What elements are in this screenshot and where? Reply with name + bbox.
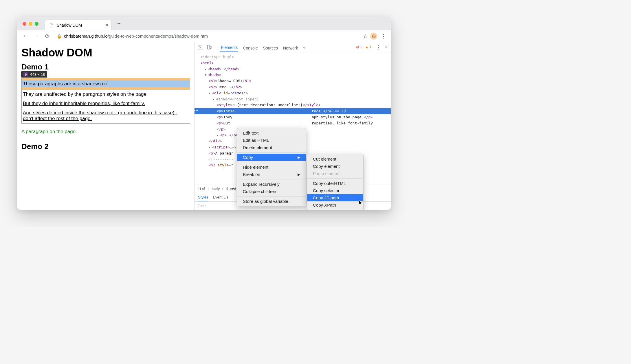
page-viewport: Shadow DOM Demo 1 p 443 × 18 These parag… [17, 42, 195, 210]
tree-doctype[interactable]: <!doctype html> [195, 54, 391, 60]
tab-styles[interactable]: Styles [198, 195, 208, 201]
devtools-tabs: Elements Console Sources Network » ⊗1 ▲1… [195, 42, 391, 52]
svg-rect-2 [210, 46, 211, 49]
ctx-break-label: Break on [243, 172, 260, 177]
highlighted-element: These paragraphs are in a shadow root. [22, 78, 190, 90]
tooltip-dims: 443 × 18 [30, 72, 45, 77]
tree-h2[interactable]: <h2>Demo 1</h2> [195, 84, 391, 90]
warning-icon: ▲ [365, 45, 369, 49]
browser-tab[interactable]: Shadow DOM × [45, 20, 111, 30]
outside-paragraph: A paragraph on the page. [21, 129, 190, 135]
tree-body[interactable]: ▾<body> [195, 72, 391, 78]
ctx-copy-selector[interactable]: Copy selector [307, 187, 363, 194]
tree-shadow-root[interactable]: ▾#shadow-root (open) [195, 96, 391, 102]
tab-network[interactable]: Network [283, 46, 298, 52]
separator [216, 44, 216, 50]
inspector-size-tooltip: p 443 × 18 [21, 71, 47, 78]
shadow-demo-box: p 443 × 18 These paragraphs are in a sha… [21, 78, 190, 124]
devtools-right: ⊗1 ▲1 ⋮ × [356, 44, 388, 50]
ctx-paste-element: Paste element [307, 170, 363, 177]
mouse-cursor-icon [359, 200, 363, 206]
shadow-paragraph: And styles defined inside the shadow roo… [22, 108, 190, 123]
tab-title: Shadow DOM [57, 23, 82, 27]
separator [237, 196, 306, 196]
page-h2-demo1: Demo 1 [21, 62, 190, 71]
page-h2-demo2: Demo 2 [21, 142, 190, 151]
tab-event-listeners[interactable]: Event Lis [213, 195, 228, 199]
reload-button[interactable]: ⟳ [43, 32, 52, 41]
close-tab-icon[interactable]: × [106, 23, 108, 28]
menu-icon[interactable]: ⋮ [380, 33, 387, 39]
separator [237, 179, 306, 179]
tree-style[interactable]: <style>p {text-decoration: underline;}</… [195, 102, 391, 108]
device-toolbar-icon[interactable] [207, 45, 212, 50]
url-path: /guide-to-web-components/demos/shadow-do… [108, 34, 208, 38]
traffic-lights [23, 22, 38, 26]
separator [237, 152, 306, 152]
tree-p[interactable]: <p>They aph styles on the page.</p> [195, 114, 391, 120]
submenu-arrow-icon: ▶ [298, 172, 300, 177]
forward-button[interactable]: → [32, 32, 41, 41]
tooltip-tag: p [23, 72, 28, 77]
ctx-delete-element[interactable]: Delete element [237, 144, 306, 151]
tab-elements[interactable]: Elements [220, 45, 238, 52]
separator [237, 162, 306, 162]
new-tab-button[interactable]: + [115, 20, 123, 28]
ctx-cut-element[interactable]: Cut element [307, 155, 363, 163]
shadow-paragraph: They are unaffected by the paragraph sty… [22, 90, 190, 99]
selected-paragraph: These paragraphs are in a shadow root. [22, 80, 190, 87]
lock-icon: 🔒 [57, 34, 62, 38]
browser-toolbar: ← → ⟳ 🔒 chrisbateman.github.io/guide-to-… [17, 30, 391, 42]
error-badge[interactable]: ⊗1 [356, 45, 362, 49]
warning-badge[interactable]: ▲1 [365, 45, 372, 49]
back-button[interactable]: ← [21, 32, 30, 41]
tree-p[interactable]: <p>But roperties, like font-family. [195, 120, 391, 126]
ctx-copy-element[interactable]: Copy element [307, 163, 363, 170]
ctx-copy-label: Copy [243, 155, 253, 160]
context-menu-copy-submenu: Cut element Copy element Paste element C… [307, 154, 364, 210]
error-icon: ⊗ [356, 45, 359, 49]
url-text: chrisbateman.github.io/guide-to-web-comp… [64, 34, 208, 38]
address-bar[interactable]: 🔒 chrisbateman.github.io/guide-to-web-co… [54, 32, 361, 41]
minimize-window-icon[interactable] [29, 22, 32, 26]
error-count: 1 [360, 45, 362, 49]
ctx-copy-js-path[interactable]: Copy JS path [307, 194, 363, 201]
crumb-html[interactable]: html [195, 187, 209, 191]
ctx-copy-outerhtml[interactable]: Copy outerHTML [307, 180, 363, 187]
submenu-arrow-icon: ▶ [298, 155, 300, 159]
ctx-store-global[interactable]: Store as global variable [237, 198, 306, 205]
maximize-window-icon[interactable] [35, 22, 38, 26]
context-menu-main: Edit text Edit as HTML Delete element Co… [237, 128, 306, 206]
tree-head[interactable]: ▸<head>…</head> [195, 66, 391, 72]
tab-more-icon[interactable]: » [302, 46, 306, 52]
ctx-break-on[interactable]: Break on▶ [237, 171, 306, 178]
warning-count: 1 [370, 45, 372, 49]
browser-window: Shadow DOM × + ← → ⟳ 🔒 chrisbateman.gith… [17, 17, 391, 210]
tree-html[interactable]: <html> [195, 60, 391, 66]
file-icon [49, 23, 54, 27]
devtools-close-icon[interactable]: × [385, 44, 388, 50]
shadow-paragraph: But they do inherit inheritable properti… [22, 99, 190, 108]
tab-sources[interactable]: Sources [263, 46, 278, 52]
avatar[interactable]: 🐵 [370, 32, 377, 40]
separator [307, 178, 363, 179]
ctx-edit-text[interactable]: Edit text [237, 129, 306, 137]
ctx-edit-html[interactable]: Edit as HTML [237, 137, 306, 144]
tree-h1[interactable]: <h1>Shadow DOM</h1> [195, 78, 391, 84]
ctx-copy-xpath[interactable]: Copy XPath [307, 201, 363, 209]
ctx-hide-element[interactable]: Hide element [237, 163, 306, 171]
inspect-element-icon[interactable] [197, 45, 203, 50]
ctx-expand-recursively[interactable]: Expand recursively [237, 181, 306, 188]
page-h1: Shadow DOM [21, 47, 190, 59]
ctx-copy[interactable]: Copy▶ [237, 154, 306, 161]
tab-console[interactable]: Console [242, 46, 258, 52]
tree-selected-p[interactable]: <p>These root.</p> == $0 [195, 108, 391, 114]
url-domain: chrisbateman.github.io [64, 34, 108, 38]
ctx-collapse-children[interactable]: Collapse children [237, 188, 306, 195]
devtools-menu-icon[interactable]: ⋮ [375, 44, 382, 50]
tree-div-demo1[interactable]: ▾<div id="demo1"> [195, 90, 391, 96]
svg-rect-1 [208, 45, 210, 49]
bookmark-icon[interactable]: ☆ [363, 33, 368, 39]
close-window-icon[interactable] [23, 22, 26, 26]
crumb-body[interactable]: body [209, 187, 223, 191]
